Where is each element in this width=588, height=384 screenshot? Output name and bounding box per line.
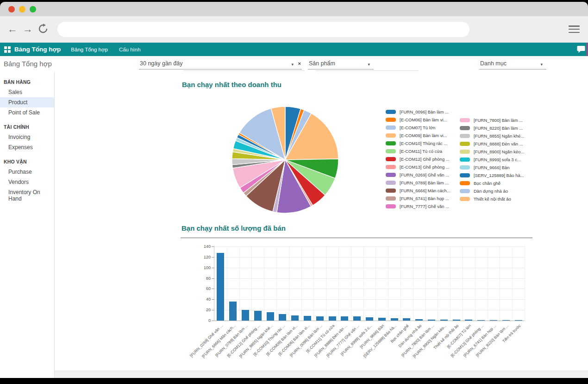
y-axis-label: 20 [193,308,211,312]
sidebar-item-sales[interactable]: Sales [0,87,54,97]
forward-icon[interactable]: → [23,22,33,36]
sidebar-item-product[interactable]: Product [0,97,54,107]
sidebar-item-invoicing[interactable]: Invoicing [0,132,54,142]
bar-furn-0789-b-n-l-m[interactable] [242,310,249,321]
bar-furn-8220-b-n-l-m[interactable] [502,320,510,321]
bar-furn-0269-gh-v-n[interactable] [217,253,224,321]
legend-item-furn-0269-gh-v-n[interactable]: [FURN_0269] Ghế văn ... [386,171,450,179]
legend-item-e-com13-gh-ph-ng[interactable]: [E-COM13] Ghế phòng ... [386,163,450,171]
legend-item-e-com11-t-c-c-a[interactable]: [E-COM11] Tủ có cửa [386,147,450,155]
y-axis-tick [212,268,214,268]
legend-label: [E-COM12] Ghế phòng ... [400,157,450,162]
legend-label: [FURN_8900] Ngăn kéo... [474,149,524,154]
bar-furn-8999-sofa-3-c[interactable] [366,317,373,321]
bar-furn-8888-n-v-n[interactable] [341,316,348,321]
legend-item-e-com12-gh-ph-ng[interactable]: [E-COM12] Ghế phòng ... [386,155,450,163]
bar-thi-t-k-n-i-th-t-o[interactable] [453,320,460,321]
url-bar[interactable] [57,22,469,37]
legend-item-serv-125889-b-o-h[interactable]: [SERV_125889] Bảo hà... [460,171,524,179]
gridline [214,299,525,300]
legend-item-furn-8888-n-v-n[interactable]: [FURN_8888] Đèn văn ... [460,140,524,148]
bar-furn-0096-b-n-l-m[interactable] [316,316,324,321]
filter-category[interactable]: Danh mục ▾ [479,59,546,69]
legend-label: [SERV_125889] Bảo hà... [474,173,524,178]
close-window-button[interactable] [8,6,15,13]
bar-furn-7777-gh-v-n[interactable] [353,316,361,321]
legend-item-thi-t-k-n-i-th-t-o[interactable]: Thiết kế nội thất ảo [460,195,524,203]
y-axis-label: 100 [193,265,211,270]
legend-item-furn-8855-ng-n-kh[interactable]: [FURN_8855] Ngăn khé... [460,132,524,140]
bar-e-com10-th-ng-r-c[interactable] [279,314,286,321]
legend-item-furn-6741-b-n-h-p[interactable]: [FURN_6741] Bàn họp ... [386,195,450,202]
nav-item-dashboard[interactable]: Bảng Tổng hợp [71,47,108,52]
legend-item-d-n-d-ng-nh-o[interactable]: Dàn dựng nhà ảo [460,187,524,195]
legend-item-e-com06-b-n-l-m-vi[interactable]: [E-COM06] Bàn làm vi... [386,116,450,124]
bar-furn-8855-ng-n-kh[interactable] [267,312,274,321]
legend-item-furn-7777-gh-v-n[interactable]: [FURN_7777] Ghế văn ... [386,202,450,210]
bar-serv-125889-b-o-h[interactable] [391,318,398,321]
reload-icon[interactable] [38,24,48,34]
legend-item-furn-0096-b-n-l-m[interactable]: [FURN_0096] Bàn làm ... [386,108,450,116]
bar-e-com06-b-n-l-m-vi[interactable] [304,316,311,321]
status-bar [55,371,588,378]
apps-grid-icon[interactable] [4,46,11,53]
app-title[interactable]: Bảng Tổng hợp [14,46,61,53]
sidebar-item-inventory-on-hand[interactable]: Inventory On Hand [0,187,54,204]
sidebar-section-b-n-h-ng: BÁN HÀNG [4,79,50,85]
chevron-down-icon[interactable]: ▾ [368,62,370,67]
legend-item-furn-7800-b-n-l-m[interactable]: [FURN_7800] Bàn làm ... [460,116,524,124]
legend-item-furn-0789-b-n-l-m[interactable]: [FURN_0789] Bàn làm ... [386,179,450,187]
filter-date-range-value: 30 ngày gần đây [140,60,182,67]
bar-e-com07-t-l-n[interactable] [465,320,472,321]
sidebar-item-vendors[interactable]: Vendors [0,177,54,187]
bar-d-n-d-ng-nh-o[interactable] [415,319,423,321]
bar-e-com12-gh-ph-ng[interactable] [254,311,262,321]
legend-item-furn-8900-ng-n-k-o[interactable]: [FURN_8900] Ngăn kéo... [460,148,524,156]
chevron-down-icon[interactable]: ▾ [540,62,543,67]
legend-swatch [386,204,396,208]
bar-furn-9666-b-n[interactable] [378,318,386,321]
legend-item-e-com09-b-n-l-m-vi[interactable]: [E-COM09] Bàn làm vi... [386,132,450,139]
filter-date-range[interactable]: 30 ngày gần đây ▾ × [139,59,302,69]
back-icon[interactable]: ← [7,22,18,36]
bar-furn-6741-b-n-h-p[interactable] [490,320,497,321]
legend-item-furn-8220-b-n-l-m[interactable]: [FURN_8220] Bàn làm ... [460,124,524,132]
clear-filter-icon[interactable]: × [298,61,301,66]
legend-swatch [460,181,470,185]
menu-icon[interactable] [569,25,580,33]
legend-item-furn-8999-sofa-3-c[interactable]: [FURN_8999] sofa 3 c... [460,156,524,164]
minimize-window-button[interactable] [19,6,25,13]
legend-item-furn-9666-b-n[interactable]: [FURN_9666] Bàn [460,164,524,171]
gridline [475,246,475,321]
maximize-window-button[interactable] [30,6,36,13]
bar-e-com09-b-n-l-m-vi[interactable] [291,315,299,321]
legend-item-furn-6666-m-n-c-ch[interactable]: [FURN_6666] Màn cách... [386,187,450,195]
sidebar-item-expenses[interactable]: Expenses [0,142,54,152]
legend-swatch [386,196,396,201]
bar-b-c-ch-n-gh[interactable] [403,318,410,321]
legend-label: [FURN_9666] Bàn [474,165,510,170]
bar-furn-8900-ng-n-k-o[interactable] [440,320,448,321]
nav-item-config[interactable]: Cấu hình [119,47,141,52]
filter-product[interactable]: Sản phẩm ▾ [308,59,374,69]
bar-e-com13-gh-ph-ng[interactable] [477,320,485,321]
gridline [375,246,376,321]
bar-furn-6666-m-n-c-ch[interactable] [229,302,237,321]
legend-label: [E-COM09] Bàn làm vi... [400,133,447,138]
window-titlebar [0,2,588,16]
divider [181,238,532,238]
bar-furn-7800-b-n-l-m[interactable] [428,320,435,321]
legend-swatch [386,165,396,169]
sidebar-item-point-of-sale[interactable]: Point of Sale [0,107,54,118]
bar-e-com11-t-c-c-a[interactable] [329,316,336,321]
legend-item-b-c-ch-n-gh[interactable]: Bọc chân ghế [460,179,524,187]
main-content: Bạn chạy nhất theo doanh thu [FURN_0096]… [55,72,588,371]
bar-ti-n-tr-tr-c[interactable] [515,320,522,321]
chevron-down-icon[interactable]: ▾ [291,62,294,67]
gridline [512,246,513,321]
user-menu-partial[interactable] [586,43,588,56]
sidebar-item-purchase[interactable]: Purchase [0,167,54,177]
legend-item-e-com07-t-l-n[interactable]: [E-COM07] Tủ lớn [386,124,450,132]
legend-item-e-com10-th-ng-r-c[interactable]: [E-COM10] Thùng rác ... [386,139,450,147]
chat-icon[interactable] [577,45,585,53]
